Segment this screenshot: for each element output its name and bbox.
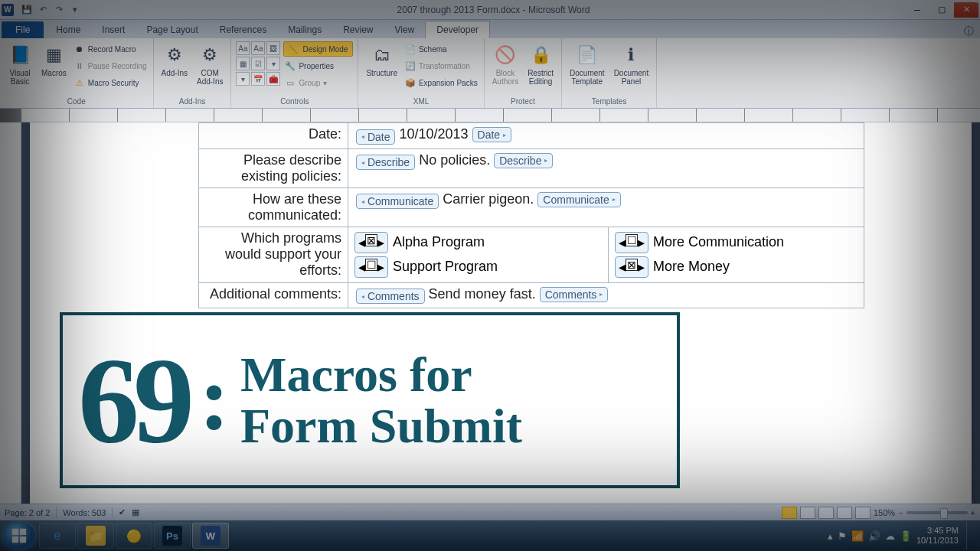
- comments-cc-end-tag[interactable]: Comments ▸: [540, 287, 609, 302]
- tab-references[interactable]: References: [209, 21, 277, 38]
- view-draft[interactable]: [855, 507, 871, 519]
- taskbar-ie[interactable]: e: [39, 523, 76, 549]
- macros-button[interactable]: ▦Macros: [38, 41, 70, 79]
- horizontal-ruler[interactable]: [21, 109, 980, 122]
- pause-recording-button[interactable]: ⏸Pause Recording: [73, 58, 149, 73]
- visual-basic-button[interactable]: 📘Visual Basic: [5, 41, 35, 87]
- block-authors-button[interactable]: 🚫Block Authors: [489, 41, 521, 87]
- legacy-tools-icon[interactable]: 🧰: [266, 72, 280, 86]
- status-spellcheck-icon[interactable]: ✔: [119, 507, 126, 517]
- tab-insert[interactable]: Insert: [91, 21, 136, 38]
- tray-sync-icon[interactable]: ☁: [885, 530, 895, 542]
- tab-home[interactable]: Home: [45, 21, 91, 38]
- tab-file[interactable]: File: [2, 21, 44, 38]
- taskbar-explorer[interactable]: 📁: [77, 523, 114, 549]
- view-outline[interactable]: [837, 507, 852, 519]
- show-desktop-button[interactable]: [966, 522, 974, 549]
- date-cc-end-tag[interactable]: Date ▸: [472, 127, 511, 142]
- status-page[interactable]: Page: 2 of 2: [5, 508, 50, 517]
- tray-battery-icon[interactable]: 🔋: [900, 530, 912, 542]
- transformation-button[interactable]: 🔄Transformation: [403, 58, 479, 73]
- group-label-addins: Add-Ins: [158, 97, 227, 106]
- group-button[interactable]: ▭Group ▾: [283, 75, 353, 90]
- status-macro-icon[interactable]: ▦: [132, 507, 139, 517]
- tab-page-layout[interactable]: Page Layout: [136, 21, 208, 38]
- communicate-cc-end-tag[interactable]: Communicate ▸: [537, 192, 620, 207]
- help-icon[interactable]: ⓘ: [964, 24, 974, 38]
- comments-value[interactable]: Send money fast.: [426, 286, 538, 302]
- checkbox-cc-handle[interactable]: ◂☐▸: [615, 232, 648, 253]
- plain-text-control-icon[interactable]: Aa: [251, 41, 265, 55]
- tray-up-icon[interactable]: ▴: [828, 530, 833, 542]
- view-print-layout[interactable]: [782, 507, 797, 519]
- start-button[interactable]: [3, 522, 35, 549]
- taskbar-chrome[interactable]: 🟡: [116, 523, 152, 549]
- record-macro-button[interactable]: ⏺Record Macro: [73, 41, 149, 57]
- checkbox-moremoney[interactable]: ⊠: [626, 259, 638, 271]
- checkbox-cc-handle[interactable]: ◂☐▸: [354, 256, 388, 278]
- additional-label: Additional comments:: [210, 286, 341, 302]
- properties-icon: 🔧: [285, 60, 296, 71]
- tray-network-icon[interactable]: 📶: [851, 530, 864, 542]
- combobox-control-icon[interactable]: ▾: [266, 57, 280, 70]
- rich-text-control-icon[interactable]: Aa: [236, 41, 250, 55]
- checkbox-support[interactable]: ☐: [365, 259, 377, 271]
- checkbox-alpha[interactable]: ⊠: [365, 234, 377, 246]
- taskbar-word[interactable]: W: [192, 523, 229, 549]
- document-template-button[interactable]: 📄Document Template: [567, 41, 608, 87]
- design-mode-button[interactable]: 📐Design Mode: [283, 41, 353, 57]
- describe-cc-end-tag[interactable]: Describe ▸: [494, 153, 553, 168]
- tab-mailings[interactable]: Mailings: [277, 21, 332, 38]
- svg-rect-0: [12, 529, 18, 535]
- zoom-slider[interactable]: [906, 511, 968, 514]
- properties-button[interactable]: 🔧Properties: [283, 58, 353, 73]
- qat-undo-icon[interactable]: ↶: [36, 3, 50, 17]
- view-full-screen[interactable]: [800, 507, 815, 519]
- picture-control-icon[interactable]: 🖼: [266, 41, 280, 55]
- tray-flag-icon[interactable]: ⚑: [838, 530, 847, 542]
- date-cc-start-tag[interactable]: ◂ Date: [356, 129, 395, 145]
- date-value[interactable]: 10/10/2013: [397, 126, 470, 142]
- expansion-packs-button[interactable]: 📦Expansion Packs: [403, 75, 479, 90]
- vertical-ruler[interactable]: [0, 122, 21, 504]
- tab-review[interactable]: Review: [332, 21, 384, 38]
- addins-button[interactable]: ⚙Add-Ins: [158, 41, 191, 79]
- com-addins-button[interactable]: ⚙COM Add-Ins: [194, 41, 226, 87]
- structure-button[interactable]: 🗂Structure: [363, 41, 400, 79]
- checkbox-cc-handle[interactable]: ◂⊠▸: [354, 232, 388, 253]
- qat-customize-icon[interactable]: ▾: [68, 3, 82, 17]
- svg-rect-1: [20, 529, 26, 535]
- dropdown-control-icon[interactable]: ▾: [236, 72, 250, 86]
- tray-clock[interactable]: 3:45 PM10/11/2013: [916, 526, 959, 546]
- view-web-layout[interactable]: [818, 507, 834, 519]
- restrict-editing-button[interactable]: 🔒Restrict Editing: [524, 41, 557, 87]
- maximize-button[interactable]: ▢: [929, 2, 954, 18]
- ribbon-group-controls: AaAa🖼 ▦☑▾ ▾📅🧰 📐Design Mode 🔧Properties ▭…: [231, 38, 358, 108]
- qat-save-icon[interactable]: 💾: [20, 3, 34, 17]
- checkbox-control-icon[interactable]: ☑: [251, 57, 265, 70]
- document-panel-button[interactable]: ℹDocument Panel: [611, 41, 652, 87]
- describe-value[interactable]: No policies.: [416, 152, 492, 168]
- close-button[interactable]: ✕: [954, 2, 978, 18]
- checkbox-cc-handle[interactable]: ◂⊠▸: [615, 256, 648, 278]
- tab-view[interactable]: View: [384, 21, 426, 38]
- communicate-value[interactable]: Carrier pigeon.: [440, 191, 536, 207]
- svg-rect-3: [20, 536, 26, 543]
- zoom-level[interactable]: 150%: [874, 508, 895, 517]
- communicate-cc-start-tag[interactable]: ◂ Communicate: [356, 194, 439, 209]
- taskbar-photoshop[interactable]: Ps: [154, 523, 191, 549]
- zoom-out-button[interactable]: −: [898, 508, 903, 517]
- macro-security-button[interactable]: ⚠Macro Security: [73, 75, 149, 90]
- qat-redo-icon[interactable]: ↷: [52, 3, 66, 17]
- minimize-button[interactable]: ─: [905, 2, 929, 18]
- tray-volume-icon[interactable]: 🔊: [868, 530, 880, 542]
- zoom-in-button[interactable]: +: [971, 508, 975, 517]
- date-control-icon[interactable]: 📅: [251, 72, 265, 86]
- describe-cc-start-tag[interactable]: ◂ Describe: [356, 155, 415, 170]
- building-block-control-icon[interactable]: ▦: [236, 57, 250, 70]
- schema-button[interactable]: 📄Schema: [403, 41, 479, 57]
- status-words[interactable]: Words: 503: [63, 508, 106, 517]
- checkbox-morecomm[interactable]: ☐: [626, 234, 638, 246]
- comments-cc-start-tag[interactable]: ◂ Comments: [356, 289, 425, 304]
- tab-developer[interactable]: Developer: [425, 21, 490, 38]
